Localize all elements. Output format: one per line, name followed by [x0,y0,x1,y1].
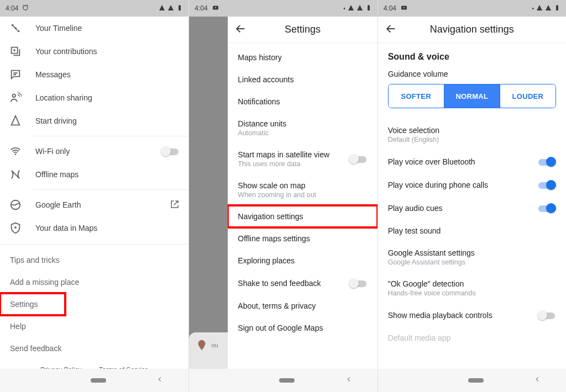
system-nav-bar [378,369,566,392]
setting-satellite[interactable]: Start maps in satellite viewThis uses mo… [228,144,377,174]
setting-navigation[interactable]: Navigation settings [228,205,377,227]
status-bar: 4:04 • [189,0,377,17]
drawer-send-feedback[interactable]: Send feedback [0,337,188,359]
okg-row[interactable]: "Ok Google" detectionHands-free voice co… [388,273,556,304]
drawer-add-missing[interactable]: Add a missing place [0,271,188,293]
status-time: 4:04 [6,4,18,12]
signal-icon [348,4,354,13]
setting-label: Linked accounts [238,75,294,84]
system-nav-bar [189,369,377,392]
drawer-your-timeline[interactable]: Your Timeline [0,17,188,40]
bluetooth-toggle[interactable] [537,157,556,167]
back-button[interactable] [533,375,541,385]
back-icon[interactable] [234,23,247,37]
signal-icon [545,4,552,13]
signal-icon [167,4,174,13]
row-sublabel: Default (English) [388,136,439,144]
nav-settings-sheet: Navigation settings Sound & voice Guidan… [378,17,566,369]
drawer-label: Start driving [35,116,77,125]
drawer-location-sharing[interactable]: Location sharing [0,86,188,109]
drawer-your-contributions[interactable]: Your contributions [0,40,188,63]
setting-about[interactable]: About, terms & privacy [228,295,377,317]
row-label: Default media app [388,333,451,342]
google-earth-icon [9,198,22,211]
setting-shake[interactable]: Shake to send feedback [228,272,377,295]
during-calls-toggle[interactable] [537,180,556,190]
drawer-label: Messages [35,70,71,79]
home-pill[interactable] [279,378,295,383]
contributions-icon [9,45,22,58]
during-calls-row[interactable]: Play voice during phone calls [388,173,556,197]
drawer-wifi-only[interactable]: Wi-Fi only [0,140,188,163]
home-pill[interactable] [468,378,484,383]
setting-offline-maps[interactable]: Offline maps settings [228,227,377,250]
setting-signout[interactable]: Sign out of Google Maps [228,317,377,339]
setting-label: Start maps in satellite view [238,150,329,159]
setting-maps-history[interactable]: Maps history [228,46,377,68]
media-playback-row[interactable]: Show media playback controls [388,304,556,327]
voice-selection-row[interactable]: Voice selectionDefault (English) [388,119,556,150]
drawer-help[interactable]: Help [0,315,188,337]
drawer-start-driving[interactable]: Start driving [0,109,188,133]
setting-show-scale[interactable]: Show scale on mapWhen zooming in and out [228,174,377,205]
setting-label: Shake to send feedback [238,279,321,288]
setting-label: Notifications [238,97,280,106]
setting-label: Sign out of Google Maps [238,324,323,332]
test-sound-row[interactable]: Play test sound [388,220,556,242]
drawer-settings[interactable]: Settings [0,293,65,315]
back-icon[interactable] [385,23,397,37]
phone-drawer-screen: 4:04 Your Timeline Your contributions [0,0,188,392]
drawer-label: Send feedback [10,344,61,353]
signal-icon [536,4,543,13]
drawer-label: Location sharing [35,93,92,102]
ga-settings-row[interactable]: Google Assistant settingsGoogle Assistan… [388,242,556,273]
row-label: "Ok Google" detection [388,279,476,288]
drawer-label: Tips and tricks [10,256,60,264]
drawer-tips[interactable]: Tips and tricks [0,249,188,271]
row-label: Show media playback controls [388,311,492,320]
status-bar: 4:04 • [378,0,566,17]
volume-normal-button[interactable]: NORMAL [444,84,500,108]
wifi-only-toggle[interactable] [161,146,180,156]
drawer: Your Timeline Your contributions Message… [0,17,188,392]
drawer-offline-maps[interactable]: Offline maps [0,163,188,186]
row-label: Play voice over Bluetooth [388,157,475,166]
row-sublabel: Google Assistant settings [388,258,475,266]
offline-maps-icon [9,168,22,181]
audio-cues-toggle[interactable] [537,203,556,213]
setting-notifications[interactable]: Notifications [228,91,377,113]
back-button[interactable] [156,375,164,385]
setting-linked-accounts[interactable]: Linked accounts [228,68,377,91]
setting-exploring[interactable]: Exploring places [228,250,377,272]
setting-distance-units[interactable]: Distance unitsAutomatic [228,113,377,144]
setting-sublabel: Automatic [238,129,286,137]
guidance-volume-segment: SOFTER NORMAL LOUDER [388,84,556,108]
bluetooth-row[interactable]: Play voice over Bluetooth [388,150,556,173]
nav-settings-title: Navigation settings [397,24,559,35]
volume-louder-button[interactable]: LOUDER [500,84,555,108]
satellite-toggle[interactable] [349,154,368,164]
audio-cues-row[interactable]: Play audio cues [388,197,556,220]
media-playback-toggle[interactable] [537,310,556,320]
drawer-your-data[interactable]: Your data in Maps [0,216,188,240]
drawer-label: Wi-Fi only [35,147,70,156]
sheet-header: Settings [228,17,377,43]
back-button[interactable] [345,375,353,385]
phone-settings-screen: 4:04 • GO ou [188,0,377,392]
drawer-google-earth[interactable]: Google Earth [0,193,188,216]
row-label: Play test sound [388,226,441,235]
shake-toggle[interactable] [349,278,368,288]
drawer-label: Your data in Maps [35,224,97,232]
drawer-label: Help [10,322,26,331]
battery-icon [365,4,372,13]
home-pill[interactable] [91,378,106,383]
sheet-header: Navigation settings [378,17,566,43]
setting-label: Navigation settings [238,212,303,221]
status-bar: 4:04 [0,0,188,17]
drawer-label: Google Earth [35,200,81,209]
svg-point-2 [18,30,20,33]
row-label: Play audio cues [388,204,443,213]
volume-softer-button[interactable]: SOFTER [389,84,444,108]
drawer-messages[interactable]: Messages [0,63,188,86]
battery-icon [554,4,560,13]
